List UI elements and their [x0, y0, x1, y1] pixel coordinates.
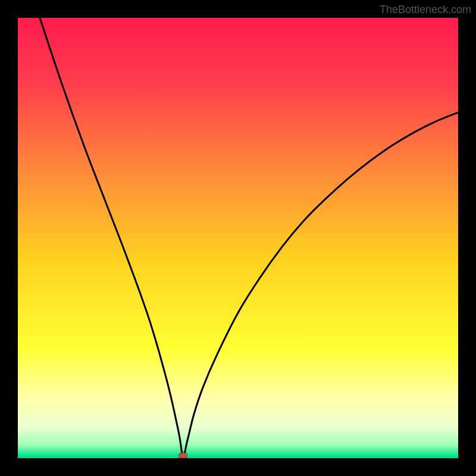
bottleneck-curve	[40, 18, 458, 456]
curve-layer	[18, 18, 458, 458]
chart-frame: TheBottleneck.com	[0, 0, 476, 476]
plot-area	[18, 18, 458, 458]
attribution-text: TheBottleneck.com	[380, 4, 471, 16]
optimum-marker	[179, 453, 187, 458]
